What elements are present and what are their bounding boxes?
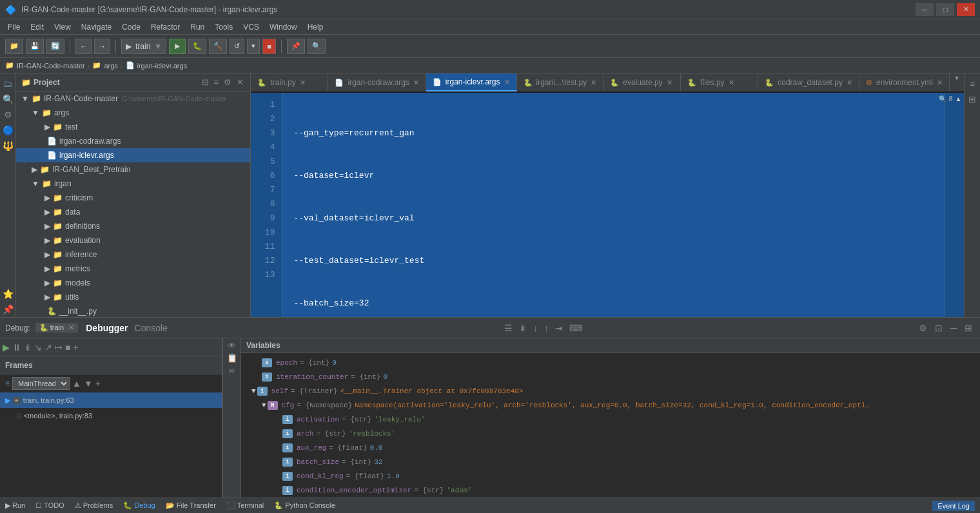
menu-run[interactable]: Run [185, 21, 210, 33]
debug-action-step-into[interactable]: ↓ [531, 322, 540, 334]
tree-item-utils[interactable]: ▶ 📁 utils [16, 290, 250, 304]
tree-item-models[interactable]: ▶ 📁 models [16, 276, 250, 290]
tree-item-evaluation[interactable]: ▶ 📁 evaluation [16, 233, 250, 247]
dropdown-button[interactable]: ▾ [247, 39, 260, 54]
tab-files[interactable]: 🐍 files.py ✕ [681, 73, 758, 92]
tab-train[interactable]: 🐍 train.py ✕ [251, 73, 328, 92]
run-to-cursor-button[interactable]: ↦ [55, 342, 63, 353]
tab-codraw-dataset-close[interactable]: ✕ [847, 79, 852, 87]
sync-button[interactable]: 🔄 [46, 39, 64, 54]
tree-item-root[interactable]: ▼ 📁 IR-GAN-Code-master G:\saveme\IR-GAN-… [16, 92, 250, 106]
right-sidebar-icon-2[interactable]: ⊞ [965, 92, 980, 107]
open-file-button[interactable]: 📁 [5, 39, 23, 54]
tab-codraw-dataset[interactable]: 🐍 codraw_dataset.py ✕ [758, 73, 859, 92]
build-button[interactable]: 🔨 [209, 39, 227, 54]
left-icon-5[interactable]: 🔱 [0, 138, 15, 153]
close-panel-button[interactable]: ✕ [235, 76, 245, 88]
debug-config-close[interactable]: ✕ [68, 324, 74, 331]
left-icon-bottom-1[interactable]: ⭐ [0, 286, 15, 302]
right-sidebar-icon-1[interactable]: ≡ [965, 76, 980, 92]
tab-codraw[interactable]: 📄 irgan-codraw.args ✕ [328, 73, 426, 92]
menu-tools[interactable]: Tools [210, 21, 238, 33]
debug-action-run-to-cursor[interactable]: ⇥ [553, 322, 565, 334]
status-terminal[interactable]: ⬛ Terminal [226, 501, 264, 510]
thread-down[interactable]: ▼ [84, 378, 93, 389]
tree-item-init[interactable]: 🐍 __init__.py [16, 304, 250, 317]
run-button[interactable]: ▶ [169, 39, 186, 54]
debugger-tab[interactable]: Debugger [83, 322, 130, 334]
debug-expand[interactable]: ⊞ [962, 322, 975, 334]
event-log-button[interactable]: Event Log [932, 501, 975, 511]
status-file-transfer[interactable]: 📂 File Transfer [166, 501, 216, 510]
code-content[interactable]: --gan_type=recurrent_gan --dataset=iclev… [283, 93, 945, 317]
menu-window[interactable]: Window [264, 21, 302, 33]
add-frame-button[interactable]: + [73, 342, 78, 353]
tab-evaluate[interactable]: 🐍 evaluate.py ✕ [603, 73, 681, 92]
step-into-button[interactable]: ↘ [34, 342, 42, 353]
run-config[interactable]: ▶ train ▼ [121, 39, 166, 54]
tab-train-close[interactable]: ✕ [300, 79, 306, 87]
copy-button[interactable]: 📋 [227, 353, 237, 363]
run-config-dropdown[interactable]: ▼ [154, 42, 162, 51]
step-out-button[interactable]: ↗ [44, 342, 52, 353]
tree-item-iclevr[interactable]: 📄 irgan-iclevr.args [16, 148, 250, 162]
status-run[interactable]: ▶ Run [5, 501, 25, 510]
menu-vcs[interactable]: VCS [238, 21, 264, 33]
tree-item-codraw[interactable]: 📄 irgan-codraw.args [16, 134, 250, 148]
save-button[interactable]: 💾 [26, 39, 44, 54]
menu-refactor[interactable]: Refactor [146, 21, 185, 33]
resume-button[interactable]: ▶ [3, 342, 10, 353]
debug-action-step-out[interactable]: ↑ [542, 322, 551, 334]
status-problems[interactable]: ⚠ Problems [75, 501, 113, 510]
menu-edit[interactable]: Edit [25, 21, 49, 33]
tree-item-data[interactable]: ▶ 📁 data [16, 205, 250, 219]
left-icon-4[interactable]: 🔵 [0, 122, 15, 138]
tree-item-inference[interactable]: ▶ 📁 inference [16, 247, 250, 262]
thread-up[interactable]: ▲ [72, 378, 81, 389]
expand-all-button[interactable]: ≡ [213, 76, 220, 88]
tab-environment-close[interactable]: ✕ [937, 79, 943, 87]
breadcrumb-root-label[interactable]: IR-GAN-Code-master [17, 62, 85, 70]
tree-item-pretrain[interactable]: ▶ 📁 IR-GAN_Best_Pretrain [16, 162, 250, 177]
reload-button[interactable]: ↺ [230, 39, 244, 54]
frame-item-train[interactable]: ▶ ≡ train, train.py:63 [0, 392, 222, 408]
tab-test[interactable]: 🐍 irgan\...\test.py ✕ [517, 73, 604, 92]
debug-action-evaluate[interactable]: ⌨ [567, 322, 585, 334]
status-python-console[interactable]: 🐍 Python Console [274, 501, 335, 510]
thread-add[interactable]: + [95, 378, 101, 389]
maximize-button[interactable]: □ [936, 3, 954, 16]
breadcrumb-folder-label[interactable]: args [104, 62, 117, 70]
debug-run-button[interactable]: 🐛 [188, 39, 206, 54]
tab-codraw-close[interactable]: ✕ [413, 79, 419, 87]
stop-button[interactable]: ■ [262, 39, 276, 54]
tab-iclevr-close[interactable]: ✕ [504, 78, 510, 86]
menu-help[interactable]: Help [302, 21, 329, 33]
tab-overflow[interactable]: ▾ [950, 73, 964, 92]
debug-minimize[interactable]: ─ [948, 322, 959, 334]
settings-button[interactable]: ⚙ [222, 76, 233, 88]
menu-view[interactable]: View [49, 21, 76, 33]
search-button[interactable]: 🔍 [308, 39, 326, 54]
var-self-expand[interactable]: ▼ [251, 387, 256, 395]
left-icon-2[interactable]: 🔍 [0, 92, 15, 107]
pin-button[interactable]: 📌 [287, 39, 305, 54]
debug-action-step-over[interactable]: ↡ [516, 322, 529, 334]
debug-config-tag[interactable]: 🐍 train ✕ [35, 323, 79, 333]
minimize-button[interactable]: ─ [916, 3, 934, 16]
left-icon-bottom-2[interactable]: 📌 [0, 302, 15, 317]
left-icon-3[interactable]: ⚙ [0, 107, 15, 122]
infinite-button[interactable]: ∞ [229, 365, 235, 375]
back-button[interactable]: ← [75, 39, 92, 54]
tab-iclevr[interactable]: 📄 irgan-iclevr.args ✕ [426, 73, 517, 92]
tab-evaluate-close[interactable]: ✕ [667, 79, 672, 87]
tab-test-close[interactable]: ✕ [591, 79, 596, 87]
tree-item-definitions[interactable]: ▶ 📁 definitions [16, 219, 250, 233]
code-editor[interactable]: 1 2 3 4 5 6 7 8 9 10 11 12 13 --gan_type… [251, 93, 964, 317]
debug-layout[interactable]: ⊡ [932, 322, 945, 334]
status-todo[interactable]: ☐ TODO [35, 501, 64, 510]
frame-item-module[interactable]: □ <module>, train.py:83 [0, 408, 222, 423]
match-count-up[interactable]: ▲ [955, 95, 961, 102]
left-icon-1[interactable]: 🗂 [0, 76, 15, 92]
forward-button[interactable]: → [94, 39, 110, 54]
menu-code[interactable]: Code [117, 21, 146, 33]
